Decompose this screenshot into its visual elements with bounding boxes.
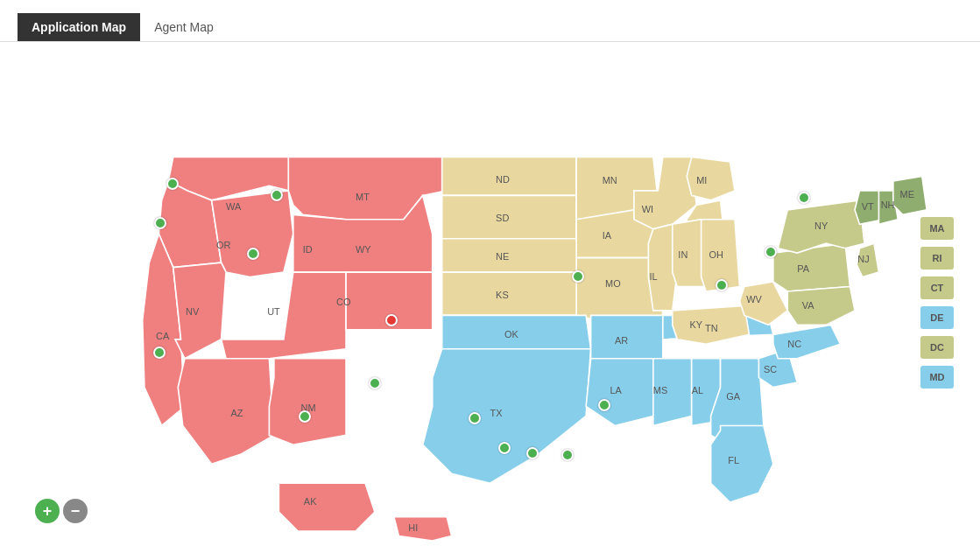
svg-text:UT: UT — [267, 306, 280, 317]
svg-text:PA: PA — [797, 263, 809, 274]
svg-text:OR: OR — [216, 240, 231, 250]
dot-tx1[interactable] — [469, 412, 481, 424]
svg-marker-33 — [687, 158, 735, 200]
svg-text:NJ: NJ — [857, 254, 869, 264]
state-box-ma[interactable]: MA — [920, 217, 954, 240]
svg-marker-11 — [278, 483, 375, 531]
svg-text:MO: MO — [605, 278, 621, 289]
dot-mt[interactable] — [271, 189, 283, 201]
svg-text:WY: WY — [356, 244, 371, 255]
svg-text:AK: AK — [304, 496, 317, 507]
us-map-svg: WA OR CA NV ID MT WY UT CO AZ NM AK HI N… — [0, 42, 980, 541]
state-box-de[interactable]: DE — [920, 306, 954, 329]
dot-az[interactable] — [299, 410, 311, 423]
svg-text:MT: MT — [356, 192, 370, 202]
svg-text:MS: MS — [653, 385, 667, 396]
svg-marker-30 — [773, 325, 841, 358]
svg-text:IL: IL — [649, 271, 657, 282]
dot-ca[interactable] — [153, 346, 166, 359]
svg-text:TX: TX — [490, 408, 504, 418]
svg-text:AR: AR — [615, 335, 628, 346]
svg-text:NV: NV — [186, 306, 200, 317]
dot-nh[interactable] — [798, 192, 810, 204]
svg-marker-7 — [222, 272, 347, 359]
dot-il[interactable] — [572, 270, 584, 283]
svg-marker-4 — [173, 262, 226, 359]
svg-text:ID: ID — [303, 244, 313, 255]
svg-text:HI: HI — [408, 522, 418, 533]
state-box-ri[interactable]: RI — [920, 247, 954, 270]
svg-text:SC: SC — [764, 364, 777, 374]
svg-marker-16 — [442, 272, 586, 315]
dot-or[interactable] — [154, 217, 166, 229]
zoom-in-button[interactable]: + — [35, 499, 60, 523]
svg-text:NH: NH — [881, 200, 895, 210]
svg-text:WA: WA — [226, 201, 242, 212]
svg-marker-8 — [178, 359, 274, 465]
svg-text:KS: KS — [496, 290, 509, 300]
svg-text:FL: FL — [728, 455, 739, 466]
dot-wa[interactable] — [166, 178, 179, 190]
dot-tx2[interactable] — [498, 442, 511, 454]
svg-text:IA: IA — [603, 230, 612, 241]
svg-text:NY: NY — [814, 220, 828, 231]
svg-text:NE: NE — [496, 251, 509, 262]
svg-text:SD: SD — [496, 213, 509, 223]
svg-text:OH: OH — [709, 249, 723, 260]
tab-bar: Application Map Agent Map — [0, 0, 980, 42]
state-box-dc[interactable]: DC — [920, 336, 954, 359]
svg-marker-3 — [212, 191, 293, 277]
svg-text:AZ: AZ — [231, 408, 243, 418]
svg-text:KY: KY — [690, 319, 703, 330]
small-states-panel: MA RI CT DE DC MD — [920, 217, 954, 388]
dot-va[interactable] — [716, 279, 728, 291]
svg-marker-46 — [787, 287, 855, 326]
dot-id[interactable] — [247, 248, 259, 260]
dot-al[interactable] — [598, 399, 610, 411]
map-container: WA OR CA NV ID MT WY UT CO AZ NM AK HI N… — [0, 42, 980, 541]
svg-marker-12 — [394, 517, 452, 541]
svg-text:TN: TN — [705, 323, 718, 333]
svg-text:VA: VA — [802, 300, 814, 311]
svg-text:IN: IN — [678, 249, 687, 260]
svg-marker-23 — [586, 359, 663, 426]
state-box-ct[interactable]: CT — [920, 276, 954, 299]
svg-marker-15 — [442, 239, 582, 272]
svg-text:AL: AL — [692, 385, 703, 396]
svg-text:LA: LA — [610, 385, 623, 396]
svg-text:CA: CA — [156, 331, 170, 341]
svg-marker-28 — [711, 425, 773, 502]
svg-text:ND: ND — [496, 174, 510, 185]
svg-text:GA: GA — [726, 391, 741, 402]
dot-la[interactable] — [526, 447, 539, 459]
svg-text:WI: WI — [642, 204, 653, 214]
dot-co[interactable] — [385, 314, 398, 326]
zoom-controls: + − — [35, 499, 88, 523]
svg-text:MN: MN — [603, 175, 617, 186]
svg-text:OK: OK — [504, 329, 519, 340]
svg-text:WV: WV — [746, 294, 762, 304]
svg-text:VT: VT — [862, 201, 874, 212]
dot-nm[interactable] — [369, 377, 381, 389]
zoom-out-button[interactable]: − — [63, 499, 88, 523]
tab-agent-map[interactable]: Agent Map — [140, 13, 228, 41]
svg-text:ME: ME — [900, 189, 914, 200]
tab-application-map[interactable]: Application Map — [18, 13, 140, 41]
dot-ms[interactable] — [561, 449, 574, 461]
svg-marker-14 — [442, 195, 576, 238]
svg-marker-21 — [423, 349, 591, 483]
dot-pa-nj[interactable] — [765, 246, 777, 258]
svg-text:MI: MI — [696, 175, 707, 186]
state-box-md[interactable]: MD — [920, 366, 954, 388]
svg-text:NC: NC — [787, 339, 801, 349]
svg-text:CO: CO — [336, 297, 350, 307]
